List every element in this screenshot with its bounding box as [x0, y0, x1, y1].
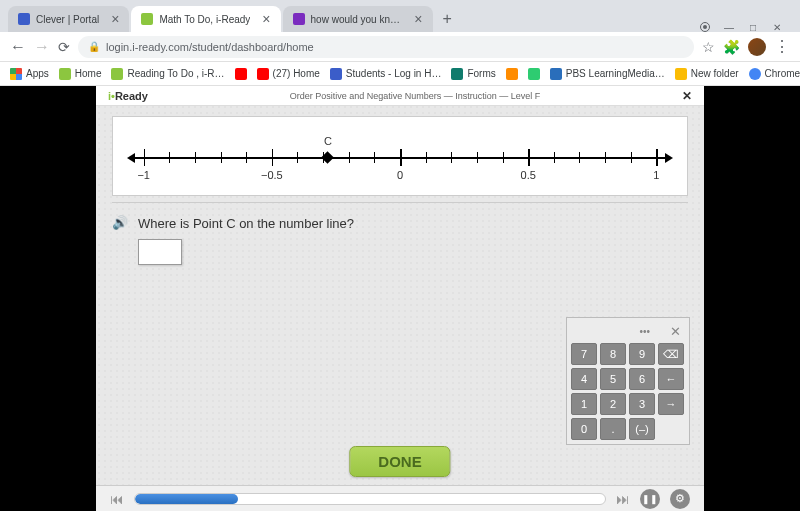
avatar[interactable] — [748, 38, 766, 56]
keypad: ••• ✕ 7 8 9 ⌫ 4 5 6 ← 1 2 3 → 0 — [566, 317, 690, 445]
tick — [503, 152, 504, 163]
close-window-icon[interactable]: ✕ — [772, 22, 782, 32]
bookmark-27home[interactable]: (27) Home — [257, 68, 320, 80]
tab-title: Clever | Portal — [36, 14, 99, 25]
settings-button[interactable]: ⚙ — [670, 489, 690, 509]
key-2[interactable]: 2 — [600, 393, 626, 415]
tick — [605, 152, 606, 163]
app-header: i•Ready Order Positive and Negative Numb… — [96, 86, 704, 106]
lock-icon: 🔒 — [88, 41, 100, 52]
record-icon[interactable] — [700, 22, 710, 32]
tab-title: Math To Do, i-Ready — [159, 14, 250, 25]
done-button[interactable]: DONE — [349, 446, 450, 477]
key-4[interactable]: 4 — [571, 368, 597, 390]
answer-input[interactable] — [138, 239, 182, 265]
tab-yahoo[interactable]: how would you know if you got × — [283, 6, 433, 32]
address-bar[interactable]: 🔒 login.i-ready.com/student/dashboard/ho… — [78, 36, 694, 58]
maximize-icon[interactable]: □ — [748, 22, 758, 32]
keypad-header: ••• ✕ — [571, 322, 685, 343]
tick — [451, 152, 452, 163]
key-6[interactable]: 6 — [629, 368, 655, 390]
bookmark-forms[interactable]: Forms — [451, 68, 495, 80]
key-9[interactable]: 9 — [629, 343, 655, 365]
bookmark-pbs[interactable]: PBS LearningMedia… — [550, 68, 665, 80]
bookmark-icon — [330, 68, 342, 80]
reload-button[interactable]: ⟳ — [58, 39, 70, 55]
tab-iready[interactable]: Math To Do, i-Ready × — [131, 6, 280, 32]
lesson-title: Order Positive and Negative Numbers — In… — [148, 91, 682, 101]
skip-end-button[interactable]: ⏭ — [616, 491, 630, 507]
bookmark-icon — [257, 68, 269, 80]
window-controls: — □ ✕ — [690, 22, 792, 32]
apps-button[interactable]: Apps — [10, 68, 49, 80]
key-decimal[interactable]: . — [600, 418, 626, 440]
url-text: login.i-ready.com/student/dashboard/home — [106, 41, 314, 53]
tick — [349, 152, 350, 163]
tick — [297, 152, 298, 163]
keypad-grid: 7 8 9 ⌫ 4 5 6 ← 1 2 3 → 0 . (–) — [571, 343, 685, 440]
key-left[interactable]: ← — [658, 368, 684, 390]
keypad-close-button[interactable]: ✕ — [670, 324, 681, 339]
tick — [656, 149, 658, 166]
progress-bar[interactable] — [134, 493, 606, 505]
tick — [246, 152, 247, 163]
tick — [144, 149, 146, 166]
back-button[interactable]: ← — [10, 38, 26, 56]
tick — [477, 152, 478, 163]
number-line: −1 −0.5 0 0.5 1 C — [133, 135, 667, 183]
minimize-icon[interactable]: — — [724, 22, 734, 32]
bottom-bar: ⏮ ⏭ ❚❚ ⚙ — [96, 485, 704, 511]
bookmark-star-icon[interactable]: ☆ — [702, 39, 715, 55]
tick — [195, 152, 196, 163]
skip-start-button[interactable]: ⏮ — [110, 491, 124, 507]
tick-label: 0 — [397, 169, 403, 181]
key-3[interactable]: 3 — [629, 393, 655, 415]
tick — [169, 152, 170, 163]
key-negative[interactable]: (–) — [629, 418, 655, 440]
bookmark-reading[interactable]: Reading To Do , i-R… — [111, 68, 224, 80]
new-tab-button[interactable]: + — [435, 6, 460, 32]
bookmark-students[interactable]: Students - Log in H… — [330, 68, 442, 80]
favicon-icon — [141, 13, 153, 25]
menu-button[interactable]: ⋮ — [774, 37, 790, 56]
keypad-drag-icon[interactable]: ••• — [639, 326, 650, 337]
close-icon[interactable]: × — [414, 11, 422, 27]
bookmark-newfolder[interactable]: New folder — [675, 68, 739, 80]
bookmark-yt[interactable] — [235, 68, 247, 80]
close-icon[interactable]: × — [111, 11, 119, 27]
bookmark-icon — [528, 68, 540, 80]
tick — [579, 152, 580, 163]
forward-button[interactable]: → — [34, 38, 50, 56]
page-wrapper: i•Ready Order Positive and Negative Numb… — [0, 86, 800, 511]
browser-toolbar: ← → ⟳ 🔒 login.i-ready.com/student/dashbo… — [0, 32, 800, 62]
tick — [400, 149, 402, 166]
bookmark-f[interactable] — [506, 68, 518, 80]
close-lesson-button[interactable]: ✕ — [682, 89, 692, 103]
bookmark-icon — [59, 68, 71, 80]
key-backspace[interactable]: ⌫ — [658, 343, 684, 365]
tick — [631, 152, 632, 163]
key-0[interactable]: 0 — [571, 418, 597, 440]
favicon-icon — [18, 13, 30, 25]
tab-clever[interactable]: Clever | Portal × — [8, 6, 129, 32]
tick-label: −0.5 — [261, 169, 283, 181]
bookmark-chromews[interactable]: Chrome Web Store — [749, 68, 800, 80]
bookmark-g[interactable] — [528, 68, 540, 80]
key-right[interactable]: → — [658, 393, 684, 415]
tick-label: 1 — [653, 169, 659, 181]
bookmark-icon — [749, 68, 761, 80]
pause-button[interactable]: ❚❚ — [640, 489, 660, 509]
close-icon[interactable]: × — [262, 11, 270, 27]
key-8[interactable]: 8 — [600, 343, 626, 365]
bookmark-home[interactable]: Home — [59, 68, 102, 80]
tick-label: 0.5 — [521, 169, 536, 181]
key-5[interactable]: 5 — [600, 368, 626, 390]
tick — [374, 152, 375, 163]
key-1[interactable]: 1 — [571, 393, 597, 415]
bookmark-icon — [506, 68, 518, 80]
tick — [221, 152, 222, 163]
speaker-icon[interactable]: 🔊 — [112, 215, 128, 231]
apps-icon — [10, 68, 22, 80]
key-7[interactable]: 7 — [571, 343, 597, 365]
extension-icon[interactable]: 🧩 — [723, 39, 740, 55]
